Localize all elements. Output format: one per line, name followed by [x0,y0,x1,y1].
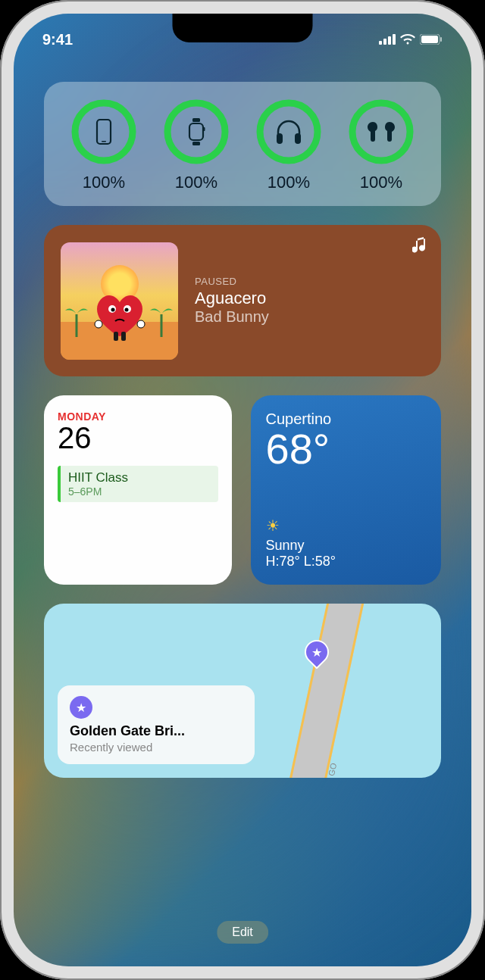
music-status: PAUSED [195,276,424,287]
battery-item-headphones: 100% [255,98,322,192]
phone-icon [95,118,112,145]
svg-point-25 [95,320,102,328]
today-view-content[interactable]: 100% 100% 100% [44,82,441,921]
weather-hilo: H:78° L:58° [266,554,336,570]
battery-pct: 100% [83,173,125,192]
svg-rect-5 [421,36,438,43]
svg-rect-17 [295,133,301,144]
map-road [283,604,365,778]
svg-rect-8 [97,120,111,144]
map-card-title: Golden Gate Bri... [70,723,242,739]
calendar-event-title: HIIT Class [68,470,211,485]
calendar-event: HIIT Class 5–6PM [58,466,218,502]
svg-rect-1 [383,39,386,45]
svg-point-26 [137,320,145,328]
wifi-icon [400,34,415,45]
svg-rect-3 [393,34,396,45]
map-card-subtitle: Recently viewed [70,741,242,754]
status-time: 9:41 [42,31,73,48]
maps-widget[interactable]: GO ★ Golden Gate Bri... Recently viewed [44,604,441,778]
notch [173,14,313,42]
map-card[interactable]: ★ Golden Gate Bri... Recently viewed [58,685,255,764]
batteries-widget[interactable]: 100% 100% 100% [44,82,441,206]
device-frame: 9:41 100% [0,0,485,980]
calendar-widget[interactable]: MONDAY 26 HIIT Class 5–6PM [44,395,232,585]
svg-rect-14 [203,127,205,131]
svg-rect-0 [379,41,382,45]
battery-icon [420,34,443,45]
svg-rect-9 [102,141,106,142]
battery-pct: 100% [268,173,310,192]
music-title: Aguacero [195,289,424,308]
music-artist: Bad Bunny [195,308,424,326]
svg-rect-2 [388,36,391,45]
album-art [61,242,178,360]
svg-rect-6 [440,37,442,42]
calendar-event-time: 5–6PM [68,485,211,498]
battery-ring [70,98,137,165]
svg-rect-11 [189,123,203,140]
music-info: PAUSED Aguacero Bad Bunny [195,276,424,326]
battery-ring [255,98,322,165]
battery-item-phone: 100% [70,98,137,192]
svg-rect-24 [121,332,126,341]
calendar-date: 26 [58,421,218,455]
battery-item-airpods: 100% [348,98,415,192]
headphones-icon [274,118,303,145]
cellular-icon [379,34,396,45]
star-icon: ★ [70,696,92,719]
widget-row: MONDAY 26 HIIT Class 5–6PM Cupertino 68°… [44,395,441,585]
weather-temp: 68° [266,428,427,470]
weather-condition: Sunny [266,538,336,554]
music-widget[interactable]: PAUSED Aguacero Bad Bunny [44,225,441,376]
svg-rect-12 [192,118,200,122]
battery-ring [163,98,230,165]
home-screen: 9:41 100% [14,14,471,966]
weather-widget[interactable]: Cupertino 68° ☀︎ Sunny H:78° L:58° [251,395,442,585]
svg-point-22 [124,307,128,311]
watch-icon [186,117,206,146]
svg-rect-13 [192,142,200,145]
edit-button[interactable]: Edit [217,921,268,944]
battery-pct: 100% [175,173,217,192]
svg-point-21 [111,307,114,311]
road-label: GO [327,762,338,776]
svg-rect-23 [114,332,118,341]
battery-pct: 100% [360,173,402,192]
battery-ring [348,98,415,165]
weather-details: ☀︎ Sunny H:78° L:58° [266,517,336,570]
status-icons [379,34,443,45]
airpods-icon [366,120,396,144]
sun-icon: ☀︎ [266,517,336,535]
battery-item-watch: 100% [163,98,230,192]
music-note-icon [412,237,427,255]
svg-rect-16 [277,133,283,144]
